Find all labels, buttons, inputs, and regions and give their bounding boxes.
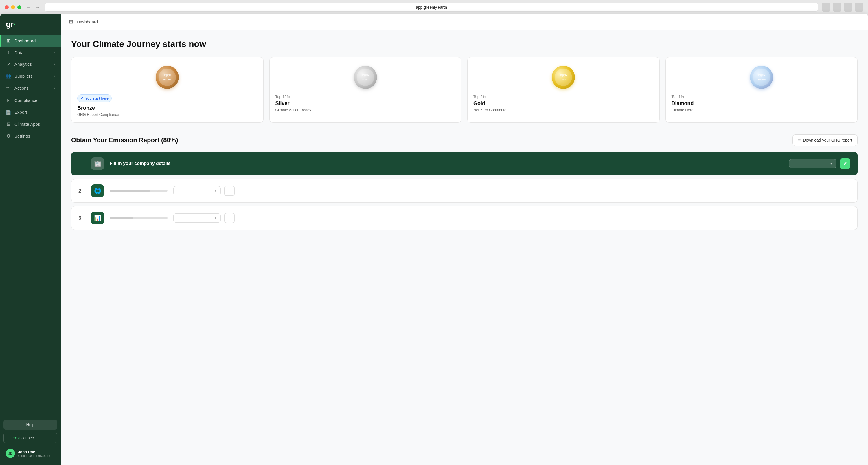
sidebar-item-suppliers[interactable]: 👥 Suppliers › (0, 70, 61, 82)
sidebar-item-label: Actions (14, 86, 29, 91)
badge-desc-bronze: GHG Report Compliance (77, 112, 257, 117)
step-2-progress (110, 190, 167, 192)
close-button[interactable] (5, 5, 9, 9)
step-1-check-button[interactable]: ✓ (840, 158, 850, 169)
badge-year: 2023 (562, 76, 565, 78)
badge-inner: greenly 2023 Diamond (753, 69, 770, 86)
badge-inner: greenly 2023 Silver (357, 69, 374, 86)
step-1-icon: 🏢 (91, 157, 104, 170)
help-button[interactable]: Help (3, 420, 57, 430)
chevron-down-icon: ▾ (215, 189, 216, 193)
badge-title-diamond: Diamond (672, 100, 852, 107)
badge-brand: greenly (362, 74, 369, 76)
badge-inner: greenly 2023 Gold (555, 69, 572, 86)
chevron-down-icon: ▾ (215, 216, 216, 220)
badge-circle-gold: greenly 2023 Gold (552, 66, 575, 89)
badge-image-silver: greenly 2023 Silver (275, 64, 456, 90)
dashboard-icon: ⊞ (6, 38, 11, 43)
sidebar-item-analytics[interactable]: ↗ Analytics › (0, 58, 61, 70)
back-button[interactable]: ← (25, 5, 32, 10)
user-name: John Doe (18, 449, 55, 454)
chevron-icon: › (54, 51, 55, 54)
browser-action-3[interactable] (844, 3, 852, 11)
step-1-card: 1 🏢 Fill in your company details ▾ ✓ (71, 152, 858, 175)
badge-card-gold: greenly 2023 Gold Top 5% Gold Net Zero C… (467, 57, 660, 123)
badge-inner: greenly 2023 Bronze (159, 69, 176, 86)
top-pct-silver: Top 15% (275, 94, 456, 99)
step-3-dropdown[interactable]: ▾ (173, 213, 221, 223)
badge-brand: greenly (560, 74, 567, 76)
sidebar-nav: ⊞ Dashboard ↑ Data › ↗ Analytics › 👥 Sup… (0, 34, 61, 420)
sidebar-item-label: Data (14, 50, 24, 55)
sidebar-item-data[interactable]: ↑ Data › (0, 47, 61, 58)
user-info: John Doe support@greenly.earth (18, 449, 55, 458)
badge-brand: greenly (164, 74, 171, 76)
sidebar-item-climate-apps[interactable]: ⊟ Climate Apps (0, 118, 61, 130)
sidebar-item-settings[interactable]: ⚙ Settings (0, 130, 61, 142)
chevron-icon: › (54, 87, 55, 90)
address-bar[interactable]: app.greenly.earth (44, 3, 818, 11)
user-profile[interactable]: JD John Doe support@greenly.earth (3, 446, 57, 460)
badge-image-bronze: greenly 2023 Bronze (77, 64, 257, 90)
badge-year: 2023 (165, 76, 169, 78)
step-3-check (224, 213, 235, 223)
browser-actions (822, 3, 863, 11)
browser-action-1[interactable] (822, 3, 830, 11)
badge-year: 2023 (363, 76, 367, 78)
emission-title: Obtain Your Emission Report (80%) (71, 136, 178, 144)
download-icon: ≡ (798, 138, 801, 143)
sidebar-item-export[interactable]: 📄 Export (0, 106, 61, 118)
compliance-icon: ⊡ (6, 97, 11, 103)
badge-title-silver: Silver (275, 100, 456, 107)
sidebar-item-label: Analytics (14, 62, 32, 66)
forward-button[interactable]: → (34, 5, 41, 10)
top-pct-gold: Top 5% (473, 94, 654, 99)
sidebar-item-dashboard[interactable]: ⊞ Dashboard (0, 35, 61, 47)
step-3-number: 3 (79, 215, 85, 221)
sidebar: gr· ⊞ Dashboard ↑ Data › ↗ Analytics › 👥… (0, 14, 61, 465)
step-1-label: Fill in your company details (110, 161, 783, 166)
badge-card-bronze: greenly 2023 Bronze ✓ You start here Bro… (71, 57, 264, 123)
settings-icon: ⚙ (6, 133, 11, 139)
badge-desc-gold: Net Zero Contributor (473, 108, 654, 112)
step-1-dropdown[interactable]: ▾ (789, 159, 836, 168)
badge-title-bronze: Bronze (77, 105, 257, 111)
you-start-badge: ✓ You start here (77, 94, 112, 102)
page-title: Your Climate Journey starts now (71, 39, 858, 49)
browser-action-2[interactable] (833, 3, 841, 11)
esg-text: ESG connect (12, 436, 35, 440)
badge-desc-silver: Climate Action Ready (275, 108, 456, 112)
content-area: Your Climate Journey starts now greenly … (61, 30, 868, 239)
chevron-icon: › (54, 62, 55, 66)
top-pct-diamond: Top 1% (672, 94, 852, 99)
esg-connect-button[interactable]: + ESG connect (3, 433, 57, 443)
badge-brand: greenly (758, 74, 765, 76)
emission-header: Obtain Your Emission Report (80%) ≡ Down… (71, 134, 858, 146)
sidebar-item-actions[interactable]: 〜 Actions › (0, 82, 61, 94)
window-controls[interactable] (5, 5, 22, 9)
topbar: ⊟ Dashboard (61, 14, 868, 30)
badge-circle-silver: greenly 2023 Silver (354, 66, 377, 89)
maximize-button[interactable] (18, 5, 22, 9)
step-1-number: 1 (79, 161, 85, 167)
you-start-label: You start here (85, 96, 108, 100)
user-email: support@greenly.earth (18, 454, 55, 458)
step-2-controls: ▾ (173, 185, 235, 196)
download-ghg-button[interactable]: ≡ Download your GHG report (793, 134, 858, 146)
logo-text: gr· (6, 20, 55, 29)
export-icon: 📄 (6, 110, 11, 115)
browser-action-4[interactable] (855, 3, 863, 11)
sidebar-item-label: Dashboard (14, 38, 36, 43)
step-2-dropdown[interactable]: ▾ (173, 186, 221, 196)
minimize-button[interactable] (11, 5, 15, 9)
data-icon: ↑ (6, 50, 11, 55)
step-3-icon: 📊 (91, 212, 104, 224)
sidebar-toggle-icon[interactable]: ⊟ (69, 19, 73, 25)
breadcrumb: Dashboard (77, 20, 98, 24)
step-3-controls: ▾ (173, 213, 235, 223)
steps-container: 1 🏢 Fill in your company details ▾ ✓ 2 (71, 152, 858, 230)
badge-year: 2023 (760, 76, 763, 78)
badge-image-gold: greenly 2023 Gold (473, 64, 654, 90)
analytics-icon: ↗ (6, 61, 11, 67)
sidebar-item-compliance[interactable]: ⊡ Compliance (0, 94, 61, 106)
